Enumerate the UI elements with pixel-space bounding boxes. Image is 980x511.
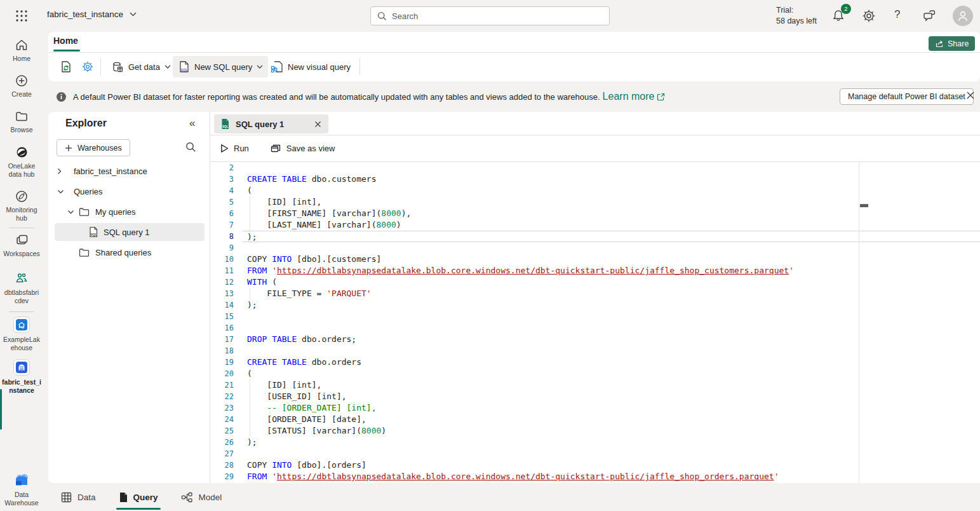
save-view-icon <box>271 144 281 153</box>
code-line[interactable]: 29FROM 'https://dbtlabsynapsedatalake.bl… <box>210 471 980 482</box>
tab-model[interactable]: Model <box>181 492 222 503</box>
tree-item-my-queries[interactable]: My queries <box>48 203 210 221</box>
sidebar-item-home[interactable]: Home <box>0 38 43 63</box>
chevron-down-icon <box>67 210 75 214</box>
code-line[interactable]: 16 <box>210 322 980 334</box>
tab-sql-query-1[interactable]: SQL SQL query 1 <box>214 114 328 133</box>
code-editor[interactable]: 23CREATE TABLE dbo.customers4(5 [ID] [in… <box>210 162 980 483</box>
code-line[interactable]: 3CREATE TABLE dbo.customers <box>210 174 980 185</box>
notification-badge: 2 <box>841 4 851 14</box>
code-line[interactable]: 13 FILE_TYPE = 'PARQUET' <box>210 288 980 299</box>
code-line[interactable]: 12WITH ( <box>210 276 980 288</box>
sidebar-item-dbtlabsfabricdev[interactable]: dbtlabsfabricdev <box>0 271 43 305</box>
line-number: 25 <box>210 425 243 437</box>
settings-gear-icon[interactable] <box>861 8 876 24</box>
tree-item-shared-queries[interactable]: Shared queries <box>48 243 210 261</box>
line-number: 4 <box>210 185 243 196</box>
manage-default-dataset-button[interactable]: Manage default Power BI dataset <box>840 88 974 105</box>
sql-document-icon: SQL <box>88 226 98 238</box>
code-line[interactable]: 23 -- [ORDER_DATE] [int], <box>210 402 980 414</box>
close-icon[interactable] <box>965 90 976 100</box>
code-line[interactable]: 21 [ID] [int], <box>210 379 980 391</box>
code-line[interactable]: 9 <box>210 242 980 254</box>
svg-text:SQL: SQL <box>90 233 97 236</box>
settings-button[interactable] <box>76 56 99 78</box>
nav-rail: Home Create Browse OneLakedata hub Monit… <box>0 32 43 511</box>
sidebar-item-examplelakehouse[interactable]: ExampleLakehouse <box>0 317 43 352</box>
collapse-explorer-button[interactable]: « <box>189 117 195 130</box>
search-icon[interactable] <box>185 142 196 153</box>
editor-scrollbar-track[interactable] <box>859 162 859 483</box>
visual-query-icon <box>271 60 283 73</box>
chevron-down-icon <box>257 65 263 69</box>
code-line[interactable]: 15 <box>210 311 980 322</box>
code-line[interactable]: 7 [LAST_NAME] [varchar](8000) <box>210 219 980 231</box>
code-line[interactable]: 14); <box>210 299 980 311</box>
grid-icon <box>61 492 72 503</box>
help-icon[interactable]: ? <box>894 8 900 21</box>
new-sql-query-button[interactable]: SQL New SQL query <box>173 56 268 78</box>
line-number: 6 <box>210 208 243 219</box>
line-number: 28 <box>210 460 243 471</box>
tab-home-underline <box>53 50 80 51</box>
avatar[interactable] <box>953 6 973 26</box>
code-line[interactable]: 19CREATE TABLE dbo.orders <box>210 357 980 368</box>
sidebar-item-monitoring-hub[interactable]: Monitoringhub <box>0 189 43 222</box>
save-as-view-button[interactable]: Save as view <box>271 144 335 153</box>
learn-more-link[interactable]: Learn more <box>603 91 655 102</box>
code-line[interactable]: 18 <box>210 345 980 357</box>
close-tab-icon[interactable] <box>314 120 322 128</box>
tree-item-sql-query-1[interactable]: SQL SQL query 1 <box>55 223 205 241</box>
line-number: 8 <box>210 231 243 242</box>
code-line[interactable]: 10COPY INTO [dbo].[customers] <box>210 254 980 265</box>
feedback-icon[interactable] <box>922 8 937 24</box>
sidebar-item-workspaces[interactable]: Workspaces <box>0 233 43 258</box>
line-number: 19 <box>210 357 243 368</box>
code-area: 23CREATE TABLE dbo.customers4(5 [ID] [in… <box>210 162 980 482</box>
workspace-switcher[interactable]: fabric_test_instance <box>47 10 137 19</box>
sidebar-item-create[interactable]: Create <box>0 74 43 99</box>
code-line[interactable]: 11FROM 'https://dbtlabsynapsedatalake.bl… <box>210 265 980 276</box>
tree-item-warehouse[interactable]: fabric_test_instance <box>48 162 210 180</box>
tab-data[interactable]: Data <box>61 492 96 503</box>
get-data-button[interactable]: Get data <box>107 56 176 78</box>
banner-message: A default Power BI dataset for faster re… <box>73 92 600 102</box>
refresh-button[interactable] <box>55 56 77 78</box>
sidebar-item-data-warehouse[interactable]: DataWarehouse <box>0 472 43 507</box>
code-line[interactable]: 20( <box>210 368 980 379</box>
code-line[interactable]: 22 [USER_ID] [int], <box>210 391 980 402</box>
run-button[interactable]: Run <box>220 144 249 153</box>
svg-text:SQL: SQL <box>181 68 189 72</box>
code-line[interactable]: 17DROP TABLE dbo.orders; <box>210 334 980 345</box>
line-number: 3 <box>210 174 243 185</box>
code-line[interactable]: 2 <box>210 162 980 174</box>
refresh-document-icon <box>60 60 72 73</box>
code-line[interactable]: 28COPY INTO [dbo].[orders] <box>210 460 980 471</box>
editor-scrollbar-mark[interactable] <box>860 204 868 207</box>
new-visual-query-button[interactable]: New visual query <box>265 56 356 78</box>
code-line[interactable]: 25 [STATUS] [varchar](8000) <box>210 425 980 437</box>
share-button[interactable]: Share <box>929 36 975 51</box>
tab-home[interactable]: Home <box>53 36 78 46</box>
code-line[interactable]: 4( <box>210 185 980 196</box>
code-line[interactable]: 27 <box>210 448 980 460</box>
add-warehouses-button[interactable]: Warehouses <box>57 139 130 156</box>
sql-document-icon: SQL <box>220 118 230 130</box>
code-line[interactable]: 24 [ORDER_DATE] [date], <box>210 414 980 425</box>
sidebar-item-browse[interactable]: Browse <box>0 109 43 134</box>
code-line[interactable]: 6 [FIRST_NAME] [varchar](8000), <box>210 208 980 219</box>
line-number: 12 <box>210 276 243 288</box>
sidebar-item-fabric-test-instance[interactable]: fabric_test_instance <box>0 359 43 395</box>
chevron-right-icon <box>57 168 65 175</box>
folder-icon <box>79 207 90 217</box>
line-number: 22 <box>210 391 243 402</box>
code-line[interactable]: 26); <box>210 437 980 448</box>
home-icon <box>0 38 43 52</box>
sidebar-item-onelake-data-hub[interactable]: OneLakedata hub <box>0 145 43 179</box>
main-panel: Explorer « Warehouses fabric_test_instan… <box>48 112 980 483</box>
app-launcher-icon[interactable] <box>15 9 29 23</box>
search-input[interactable]: Search <box>370 6 610 25</box>
tab-query[interactable]: Query <box>119 492 158 503</box>
code-line[interactable]: 8); <box>210 231 980 242</box>
tree-item-queries[interactable]: Queries <box>48 182 210 200</box>
